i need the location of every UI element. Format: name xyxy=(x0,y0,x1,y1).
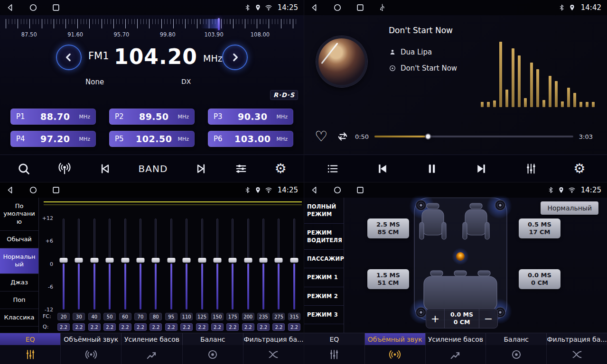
radio-preset-button[interactable]: P497.20MHz xyxy=(10,131,96,147)
eq-band-slider[interactable] xyxy=(272,218,285,309)
radio-preset-button[interactable]: P390.30MHz xyxy=(208,109,293,125)
radio-preset-button[interactable]: P5102.50MHz xyxy=(109,131,195,147)
eq-band-slider[interactable] xyxy=(288,218,300,309)
audio-settings-tab[interactable]: EQ xyxy=(304,333,365,345)
audio-settings-tab[interactable]: EQ xyxy=(0,333,61,345)
delay-decrease-button[interactable]: − xyxy=(479,309,497,328)
balance-tab-icon[interactable] xyxy=(486,345,547,364)
back-icon[interactable] xyxy=(310,3,319,12)
previous-track-icon[interactable] xyxy=(375,162,389,176)
home-circle-icon[interactable] xyxy=(28,3,38,12)
slider-handle[interactable] xyxy=(152,258,160,263)
delay-rear-right[interactable]: 0.0 MS 0 CM xyxy=(519,269,560,289)
audio-settings-tab[interactable]: Фильтрация ба... xyxy=(243,333,304,345)
progress-bar[interactable] xyxy=(374,136,573,137)
audio-settings-tab[interactable]: Усиление басов xyxy=(121,333,182,345)
delay-rear-left[interactable]: 1.5 MS 51 CM xyxy=(367,269,409,289)
sound-mode-item[interactable]: РЕЖИМ 1 xyxy=(304,268,344,287)
eq-settings-icon[interactable] xyxy=(234,162,248,175)
tuning-scale[interactable]: 87.5091.6095.7099.80103.90108.00 xyxy=(6,18,298,40)
home-circle-icon[interactable] xyxy=(333,185,342,195)
back-icon[interactable] xyxy=(6,3,15,12)
repeat-icon[interactable] xyxy=(336,130,349,143)
slider-handle[interactable] xyxy=(90,258,98,263)
progress-handle[interactable] xyxy=(425,134,431,140)
eq-band-slider[interactable] xyxy=(119,218,131,309)
mixer-icon[interactable] xyxy=(524,162,538,175)
radio-preset-button[interactable]: P188.70MHz xyxy=(10,109,96,125)
slider-handle[interactable] xyxy=(275,258,283,263)
bass-boost-tab-icon[interactable] xyxy=(426,345,486,364)
slider-handle[interactable] xyxy=(183,258,191,263)
balance-tab-icon[interactable] xyxy=(183,345,243,364)
slider-handle[interactable] xyxy=(229,258,237,263)
tune-down-button[interactable] xyxy=(56,45,82,70)
audio-settings-tab[interactable]: Баланс xyxy=(486,333,547,345)
sound-preset-button[interactable]: Нормальный xyxy=(541,201,598,215)
playlist-icon[interactable] xyxy=(326,162,339,175)
sound-mode-item[interactable]: РЕЖИМ ВОДИТЕЛЯ xyxy=(304,224,344,250)
tune-up-button[interactable] xyxy=(222,45,248,70)
slider-handle[interactable] xyxy=(167,258,175,263)
eq-band-slider[interactable] xyxy=(149,218,162,309)
seek-icon[interactable] xyxy=(17,162,30,175)
pause-icon[interactable] xyxy=(425,162,439,176)
gear-icon[interactable]: ⚙ xyxy=(573,162,585,175)
back-icon[interactable] xyxy=(310,185,319,195)
eq-preset-item[interactable]: Классика xyxy=(0,309,38,327)
slider-handle[interactable] xyxy=(121,258,129,263)
eq-preset-item[interactable]: По умолчанию xyxy=(0,198,38,231)
eq-band-slider[interactable] xyxy=(242,218,254,309)
radio-preset-button[interactable]: P6103.00MHz xyxy=(208,131,293,147)
eq-band-slider[interactable] xyxy=(88,218,101,309)
bass-boost-tab-icon[interactable] xyxy=(121,345,182,364)
recents-square-icon[interactable] xyxy=(51,185,61,195)
surround-tab-icon[interactable] xyxy=(61,345,121,364)
favorite-heart-icon[interactable]: ♡ xyxy=(315,129,327,144)
eq-preset-item[interactable]: Джаз xyxy=(0,274,38,291)
audio-settings-tab[interactable]: Фильтрация ба... xyxy=(547,333,607,345)
audio-settings-tab[interactable]: Объёмный звук xyxy=(365,333,426,345)
eq-band-slider[interactable] xyxy=(57,218,70,309)
crossover-tab-icon[interactable] xyxy=(547,345,607,364)
recents-square-icon[interactable] xyxy=(355,3,365,12)
recents-square-icon[interactable] xyxy=(51,3,61,12)
home-circle-icon[interactable] xyxy=(333,3,342,12)
eq-preset-item[interactable]: Поп xyxy=(0,291,38,309)
recents-square-icon[interactable] xyxy=(355,185,365,195)
slider-handle[interactable] xyxy=(290,258,298,263)
gear-icon[interactable]: ⚙ xyxy=(275,162,287,175)
eq-band-slider[interactable] xyxy=(103,218,116,309)
eq-preset-item[interactable]: Обычай xyxy=(0,231,38,248)
slider-handle[interactable] xyxy=(244,258,252,263)
eq-band-slider[interactable] xyxy=(211,218,224,309)
eq-tab-icon[interactable] xyxy=(0,345,61,364)
sound-mode-item[interactable]: РЕЖИМ 3 xyxy=(304,306,344,324)
eq-band-slider[interactable] xyxy=(226,218,239,309)
delay-front-left[interactable]: 2.5 MS 85 CM xyxy=(367,218,409,238)
slider-handle[interactable] xyxy=(75,258,83,263)
surround-tab-icon[interactable] xyxy=(365,345,426,364)
slider-handle[interactable] xyxy=(136,258,144,263)
eq-band-slider[interactable] xyxy=(73,218,85,309)
tuning-pointer[interactable] xyxy=(218,18,220,30)
previous-station-icon[interactable] xyxy=(98,162,112,175)
sound-mode-item[interactable]: ПАССАЖИР xyxy=(304,250,344,268)
audio-settings-tab[interactable]: Усиление басов xyxy=(426,333,486,345)
eq-band-slider[interactable] xyxy=(165,218,177,309)
eq-band-slider[interactable] xyxy=(134,218,147,309)
slider-handle[interactable] xyxy=(106,258,114,263)
slider-handle[interactable] xyxy=(60,258,68,263)
slider-handle[interactable] xyxy=(260,258,268,263)
home-circle-icon[interactable] xyxy=(28,185,38,195)
band-button[interactable]: BAND xyxy=(139,163,168,174)
broadcast-antenna-icon[interactable] xyxy=(57,162,72,176)
sound-mode-item[interactable]: ПОЛНЫЙ РЕЖИМ xyxy=(304,198,344,224)
slider-handle[interactable] xyxy=(198,258,206,263)
next-station-icon[interactable] xyxy=(195,162,208,175)
eq-band-slider[interactable] xyxy=(180,218,193,309)
eq-preset-item[interactable]: Нормальный xyxy=(0,248,38,274)
crossover-tab-icon[interactable] xyxy=(243,345,304,364)
eq-band-slider[interactable] xyxy=(257,218,270,309)
audio-settings-tab[interactable]: Объёмный звук xyxy=(61,333,121,345)
